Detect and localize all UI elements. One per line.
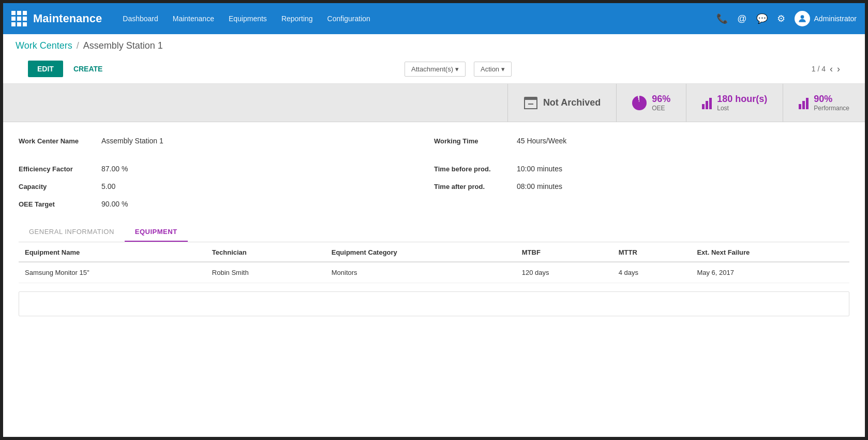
bar-chart-perf-icon [799, 97, 809, 109]
working-time-value: 45 Hours/Week [517, 137, 566, 145]
main-content: Work Center Name Assembly Station 1 Effi… [3, 122, 865, 437]
table-row[interactable]: Samsung Monitor 15" Robin Smith Monitors… [19, 262, 849, 283]
bar-chart-lost-icon [702, 97, 712, 109]
tabs-list: GENERAL INFORMATION EQUIPMENT [19, 223, 849, 242]
field-efficiency-factor: Efficiency Factor 87.00 % [19, 165, 434, 173]
grid-icon[interactable] [11, 11, 27, 26]
col-ext-next-failure: Ext. Next Failure [691, 243, 849, 262]
work-center-name-label: Work Center Name [19, 137, 101, 145]
time-after-prod-label: Time after prod. [434, 182, 517, 190]
action-chevron: ▾ [501, 65, 505, 73]
prev-button[interactable]: ‹ [830, 64, 833, 75]
nav-configuration[interactable]: Configuration [327, 14, 370, 23]
working-time-label: Working Time [434, 137, 517, 145]
status-bar: Not Archived 96% OEE 180 hour(s) Lost [3, 84, 865, 122]
breadcrumb-current: Assembly Station 1 [83, 40, 163, 51]
oee-block: 96% OEE [652, 94, 670, 112]
col-equipment-name: Equipment Name [19, 243, 206, 262]
performance-label: Performance [814, 105, 849, 112]
chat-icon[interactable]: 💬 [756, 13, 768, 24]
breadcrumb-separator: / [77, 40, 79, 51]
pie-chart-icon [632, 96, 647, 110]
edit-button[interactable]: EDIT [28, 61, 63, 77]
oee-label: OEE [652, 105, 670, 112]
tabs-section: GENERAL INFORMATION EQUIPMENT [19, 223, 849, 242]
status-performance[interactable]: 90% Performance [783, 84, 865, 122]
navbar: Maintenance Dashboard Maintenance Equipm… [3, 3, 865, 34]
time-before-prod-label: Time before prod. [434, 165, 517, 173]
efficiency-factor-label: Efficiency Factor [19, 165, 101, 173]
nav-dashboard[interactable]: Dashboard [123, 14, 158, 23]
oee-target-label: OEE Target [19, 200, 101, 208]
at-icon[interactable]: @ [737, 13, 746, 24]
action-button[interactable]: Action ▾ [474, 62, 512, 77]
archive-icon [523, 96, 538, 110]
status-oee[interactable]: 96% OEE [616, 84, 686, 122]
admin-section[interactable]: Administrator [795, 11, 857, 26]
time-before-prod-value: 10:00 minutes [517, 165, 562, 173]
svg-point-0 [800, 15, 804, 19]
phone-icon[interactable]: 📞 [716, 13, 728, 24]
field-time-after-prod: Time after prod. 08:00 minutes [434, 182, 849, 190]
performance-value: 90% [814, 94, 849, 105]
not-archived-label: Not Archived [543, 97, 601, 108]
col-technician: Technician [206, 243, 325, 262]
status-not-archived[interactable]: Not Archived [507, 84, 616, 122]
fields-left: Work Center Name Assembly Station 1 Effi… [19, 137, 434, 217]
equipment-table: Equipment Name Technician Equipment Cate… [19, 243, 849, 283]
attachment-label: Attachment(s) [411, 65, 453, 73]
cell-technician: Robin Smith [206, 262, 325, 283]
breadcrumb-parent[interactable]: Work Centers [16, 40, 72, 51]
work-center-name-value: Assembly Station 1 [101, 137, 163, 145]
performance-block: 90% Performance [814, 94, 849, 112]
field-oee-target: OEE Target 90.00 % [19, 200, 434, 208]
create-button[interactable]: CREATE [71, 61, 105, 77]
nav-equipments[interactable]: Equipments [229, 14, 267, 23]
capacity-value: 5.00 [101, 182, 115, 190]
col-mtbf: MTBF [516, 243, 612, 262]
nav-maintenance[interactable]: Maintenance [173, 14, 214, 23]
capacity-label: Capacity [19, 182, 101, 190]
field-capacity: Capacity 5.00 [19, 182, 434, 190]
field-work-center-name: Work Center Name Assembly Station 1 [19, 137, 434, 145]
status-lost[interactable]: 180 hour(s) Lost [686, 84, 783, 122]
lost-label: Lost [717, 105, 767, 112]
field-time-before-prod: Time before prod. 10:00 minutes [434, 165, 849, 173]
nav-icons: 📞 @ 💬 ⚙ Administrator [716, 11, 857, 26]
oee-target-value: 90.00 % [101, 200, 128, 208]
settings-icon[interactable]: ⚙ [777, 13, 785, 24]
lost-value: 180 hour(s) [717, 94, 767, 105]
next-button[interactable]: › [837, 64, 840, 75]
toolbar-center: Attachment(s) ▾ Action ▾ [113, 62, 803, 77]
breadcrumb: Work Centers / Assembly Station 1 [16, 40, 852, 51]
nav-links: Dashboard Maintenance Equipments Reporti… [123, 14, 716, 23]
cell-mtbf: 120 days [516, 262, 612, 283]
footer-input-area[interactable] [19, 291, 849, 316]
table-header-row: Equipment Name Technician Equipment Cate… [19, 243, 849, 262]
screen: Maintenance Dashboard Maintenance Equipm… [0, 0, 868, 440]
admin-avatar [795, 11, 810, 26]
toolbar: EDIT CREATE Attachment(s) ▾ Action ▾ 1 /… [16, 56, 852, 83]
time-after-prod-value: 08:00 minutes [517, 182, 562, 190]
oee-value: 96% [652, 94, 670, 105]
app-title: Maintenance [33, 12, 102, 25]
admin-label: Administrator [814, 14, 857, 23]
action-label: Action [481, 65, 499, 73]
toolbar-right: 1 / 4 ‹ › [812, 64, 840, 75]
col-mttr: MTTR [612, 243, 691, 262]
tab-equipment[interactable]: EQUIPMENT [125, 223, 188, 242]
breadcrumb-area: Work Centers / Assembly Station 1 EDIT C… [3, 34, 865, 84]
cell-category: Monitors [325, 262, 516, 283]
lost-block: 180 hour(s) Lost [717, 94, 767, 112]
tab-general-information[interactable]: GENERAL INFORMATION [19, 223, 125, 242]
pagination-text: 1 / 4 [812, 65, 826, 73]
field-working-time: Working Time 45 Hours/Week [434, 137, 849, 145]
cell-ext-next-failure: May 6, 2017 [691, 262, 849, 283]
attachment-button[interactable]: Attachment(s) ▾ [405, 62, 466, 77]
attachment-chevron: ▾ [455, 65, 459, 73]
nav-reporting[interactable]: Reporting [281, 14, 313, 23]
efficiency-factor-value: 87.00 % [101, 165, 128, 173]
cell-equipment-name: Samsung Monitor 15" [19, 262, 206, 283]
cell-mttr: 4 days [612, 262, 691, 283]
fields-section: Work Center Name Assembly Station 1 Effi… [19, 137, 849, 217]
